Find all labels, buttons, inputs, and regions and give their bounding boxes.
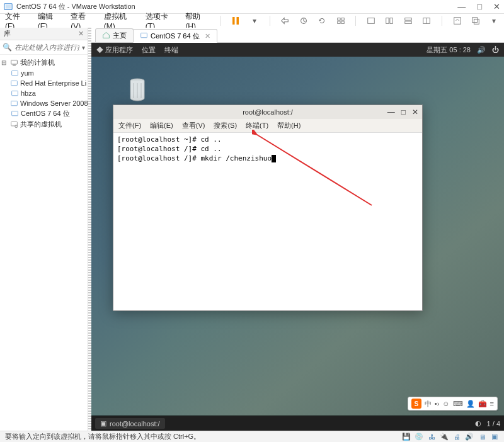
terminal-menubar: 文件(F) 编辑(E) 查看(V) 搜索(S) 终端(T) 帮助(H) (113, 119, 422, 133)
ime-toolbar[interactable]: S 中 •› ☺ ⌨ 👤 🧰 ≡ (408, 397, 498, 411)
search-dropdown-icon[interactable]: ▾ (82, 44, 85, 51)
guest-apps-menu[interactable]: ◆ 应用程序 (96, 45, 133, 55)
ime-lang[interactable]: 中 (425, 399, 432, 409)
vm-icon (140, 31, 148, 41)
term-line-0: [root@localhost ~]# cd .. (117, 135, 222, 144)
vm-tree: ⊟ 我的计算机 yum Red Hat Enterprise Li hbza W… (0, 55, 88, 132)
dropdown2-icon[interactable]: ▾ (490, 16, 499, 26)
status-usb-icon[interactable]: 🔌 (440, 433, 449, 441)
close-button[interactable]: ✕ (493, 2, 500, 11)
sidebar-search: 🔍 ▾ (0, 40, 88, 55)
vm-icon (10, 89, 19, 98)
vm-icon (10, 110, 19, 118)
tree-shared-vms[interactable]: 共享的虚拟机 (1, 119, 86, 130)
thumb1-icon[interactable] (366, 16, 375, 26)
terminal-icon: ▣ (100, 419, 106, 428)
vm-icon (10, 79, 18, 88)
guest-desktop[interactable]: root@localhost:/ — □ ✕ 文件(F) 编辑(E) 查看(V)… (91, 57, 504, 416)
terminal-window: root@localhost:/ — □ ✕ 文件(F) 编辑(E) 查看(V)… (113, 105, 423, 311)
guest-places-menu[interactable]: 位置 (142, 45, 156, 55)
status-net-icon[interactable]: 🖧 (427, 433, 436, 441)
ime-keyboard-icon[interactable]: ⌨ (453, 400, 463, 408)
term-menu-term[interactable]: 终端(T) (246, 121, 268, 130)
svg-rect-5 (337, 18, 340, 21)
term-menu-search[interactable]: 搜索(S) (214, 121, 237, 130)
tab-centos[interactable]: CentOS 7 64 位 ✕ (133, 29, 217, 43)
svg-rect-12 (405, 18, 412, 21)
terminal-body[interactable]: [root@localhost ~]# cd .. [root@localhos… (113, 133, 422, 310)
svg-rect-1 (6, 4, 11, 8)
sidebar-header: 库 ✕ (0, 28, 88, 40)
ime-emoji-icon[interactable]: ☺ (442, 400, 449, 407)
tree-label: hbza (21, 89, 36, 97)
collapse-icon[interactable]: ⊟ (1, 59, 8, 66)
guest-terminal-menu[interactable]: 终端 (164, 45, 178, 55)
status-printer-icon[interactable]: 🖨 (452, 433, 461, 441)
sidebar-title: 库 (4, 29, 11, 38)
terminal-titlebar[interactable]: root@localhost:/ — □ ✕ (113, 105, 422, 119)
ime-toolbox-icon[interactable]: 🧰 (478, 400, 487, 408)
tree-label: 我的计算机 (20, 58, 55, 67)
thumb3-icon[interactable] (403, 16, 413, 26)
tab-home[interactable]: 主页 (95, 28, 134, 42)
tree-label: CentOS 7 64 位 (21, 109, 70, 118)
sidebar-close[interactable]: ✕ (78, 30, 84, 38)
svg-rect-2 (232, 17, 235, 25)
terminal-minimize[interactable]: — (387, 108, 395, 116)
minimize-button[interactable]: — (457, 2, 466, 11)
host-menubar: 文件(F) 编辑(E) 查看(V) 虚拟机(M) 选项卡(T) 帮助(H) ▾ … (0, 14, 504, 28)
term-menu-help[interactable]: 帮助(H) (277, 121, 301, 130)
term-menu-file[interactable]: 文件(F) (118, 121, 141, 130)
status-cd-icon[interactable]: 💿 (415, 433, 423, 441)
terminal-close[interactable]: ✕ (412, 108, 418, 116)
tree-node-centos[interactable]: CentOS 7 64 位 (1, 108, 86, 119)
tree-node-ws2008[interactable]: Windows Server 2008 (1, 98, 86, 108)
taskbar-app-terminal[interactable]: ▣ root@localhost:/ (95, 418, 165, 429)
thumb2-icon[interactable] (385, 16, 394, 26)
ime-login-icon[interactable]: 👤 (466, 400, 475, 408)
term-menu-view[interactable]: 查看(V) (182, 121, 205, 130)
computer-icon (9, 59, 18, 67)
svg-rect-9 (368, 18, 375, 24)
tab-close-icon[interactable]: ✕ (205, 32, 210, 40)
manage-icon[interactable] (336, 16, 345, 26)
svg-rect-11 (390, 18, 392, 24)
svg-rect-17 (472, 18, 478, 23)
search-input[interactable] (14, 43, 79, 51)
status-more-icon[interactable]: ▣ (490, 433, 499, 441)
pause-icon[interactable] (231, 16, 241, 26)
ime-punct-icon[interactable]: •› (435, 400, 440, 407)
guest-top-bar: ◆ 应用程序 位置 终端 星期五 05 : 28 🔊 ⏻ (91, 43, 504, 57)
unity-icon[interactable] (471, 16, 480, 26)
maximize-button[interactable]: □ (477, 2, 482, 11)
status-disk-icon[interactable]: 💾 (402, 433, 411, 441)
term-line-2: [root@localhost /]# mkdir /chenzishuo (117, 154, 272, 162)
send-icon[interactable] (280, 16, 290, 26)
volume-icon[interactable]: 🔊 (477, 46, 486, 54)
svg-rect-16 (454, 18, 461, 25)
svg-rect-7 (337, 21, 340, 24)
term-menu-edit[interactable]: 编辑(E) (150, 121, 173, 130)
dropdown-icon[interactable]: ▾ (249, 16, 259, 26)
tree-my-computer[interactable]: ⊟ 我的计算机 (1, 57, 86, 68)
fullscreen-icon[interactable] (452, 16, 462, 26)
tree-node-yum[interactable]: yum (1, 68, 86, 78)
tree-node-rhel[interactable]: Red Hat Enterprise Li (1, 78, 86, 88)
vm-icon (10, 99, 18, 108)
trash-icon[interactable] (127, 77, 148, 103)
status-display-icon[interactable]: 🖥 (478, 433, 486, 441)
snapshot-icon[interactable] (299, 16, 308, 26)
status-sound-icon[interactable]: 🔊 (465, 433, 474, 441)
workspace-indicator[interactable]: 1 / 4 (487, 420, 500, 428)
power-icon[interactable]: ⏻ (492, 46, 499, 54)
taskbar-app-label: root@localhost:/ (110, 420, 160, 428)
ime-menu-icon[interactable]: ≡ (490, 400, 494, 407)
notify-icon[interactable]: ◐ (473, 419, 483, 429)
revert-icon[interactable] (318, 16, 327, 26)
thumb4-icon[interactable] (422, 16, 432, 26)
terminal-maximize[interactable]: □ (401, 108, 406, 116)
tab-home-label: 主页 (113, 31, 127, 40)
tree-label: Windows Server 2008 (20, 99, 88, 107)
home-icon (102, 31, 110, 40)
tree-node-hbza[interactable]: hbza (1, 88, 86, 98)
